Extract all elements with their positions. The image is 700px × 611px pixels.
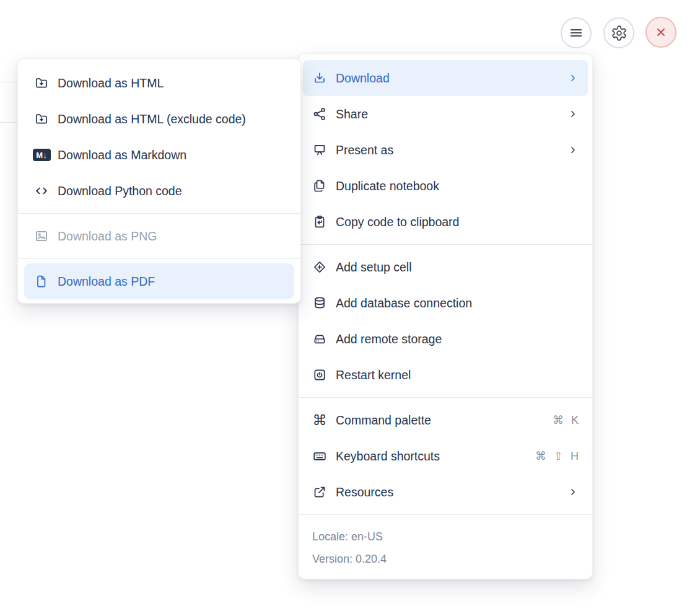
chevron-right-icon	[567, 108, 579, 120]
menu-item-label: Keyboard shortcuts	[336, 449, 527, 464]
download-submenu: Download as HTML Download as HTML (exclu…	[17, 58, 301, 304]
shortcut-hint: ⌘ ⇧ H	[535, 449, 579, 463]
folder-download-icon	[34, 76, 49, 90]
close-button[interactable]	[645, 17, 676, 48]
chevron-right-icon	[567, 486, 579, 498]
menu-item-label: Duplicate notebook	[336, 179, 579, 193]
page: Download Share	[0, 0, 700, 611]
shortcut-hint: ⌘ K	[553, 413, 579, 427]
menu-item-add-setup-cell[interactable]: Add setup cell	[303, 249, 588, 285]
submenu-item-download-png: Download as PNG	[24, 218, 294, 254]
chevron-right-icon	[567, 73, 579, 84]
power-icon	[312, 367, 327, 382]
close-icon	[654, 25, 668, 40]
menu-divider	[18, 258, 300, 259]
settings-button[interactable]	[603, 17, 634, 48]
share-icon	[312, 107, 327, 121]
database-icon	[312, 296, 327, 310]
storage-drive-icon	[312, 332, 327, 346]
chevron-right-icon	[567, 144, 579, 156]
hamburger-icon	[568, 25, 584, 41]
hamburger-menu-button[interactable]	[561, 17, 592, 48]
submenu-item-download-python[interactable]: Download Python code	[24, 173, 294, 209]
external-link-icon	[312, 485, 327, 499]
submenu-item-download-html[interactable]: Download as HTML	[24, 65, 294, 101]
menu-item-label: Resources	[336, 485, 559, 499]
menu-item-resources[interactable]: Resources	[303, 474, 588, 510]
markdown-badge-icon: M↓	[34, 147, 49, 162]
menu-item-add-remote-storage[interactable]: Add remote storage	[303, 321, 588, 357]
folder-download-icon	[34, 112, 49, 126]
menu-item-label: Download	[336, 71, 559, 86]
menu-item-label: Download as PDF	[58, 275, 284, 289]
menu-item-label: Add remote storage	[336, 332, 579, 346]
menu-item-restart-kernel[interactable]: Restart kernel	[303, 357, 588, 393]
menu-item-label: Add database connection	[336, 296, 579, 310]
gear-icon	[611, 25, 628, 42]
menu-item-label: Download Python code	[58, 184, 284, 198]
underlying-divider	[0, 82, 18, 82]
menu-item-duplicate-notebook[interactable]: Duplicate notebook	[303, 168, 588, 204]
diamond-plus-icon	[312, 260, 327, 275]
menu-item-label: Present as	[336, 143, 559, 157]
menu-divider	[18, 213, 300, 214]
underlying-divider	[0, 122, 18, 123]
menu-item-download[interactable]: Download	[303, 60, 588, 96]
keyboard-icon	[312, 449, 327, 464]
menu-item-share[interactable]: Share	[303, 96, 588, 132]
duplicate-icon	[312, 178, 327, 193]
menu-item-label: Restart kernel	[336, 368, 579, 382]
menu-item-add-database[interactable]: Add database connection	[303, 285, 588, 321]
menu-item-label: Add setup cell	[336, 260, 579, 275]
menu-item-label: Copy code to clipboard	[336, 215, 579, 229]
submenu-item-download-html-exclude[interactable]: Download as HTML (exclude code)	[24, 101, 294, 137]
submenu-item-download-markdown[interactable]: M↓ Download as Markdown	[24, 137, 294, 173]
menu-item-label: Download as PNG	[58, 229, 284, 244]
menu-item-keyboard-shortcuts[interactable]: Keyboard shortcuts ⌘ ⇧ H	[303, 438, 588, 474]
menu-divider	[299, 397, 592, 398]
menu-divider	[299, 244, 592, 245]
code-icon	[34, 183, 49, 198]
image-icon	[34, 229, 49, 244]
menu-item-label: Share	[336, 107, 559, 121]
menu-item-label: Download as HTML	[58, 76, 284, 90]
menu-item-copy-code[interactable]: Copy code to clipboard	[303, 204, 588, 240]
presentation-icon	[312, 143, 327, 157]
menu-item-label: Command palette	[336, 413, 544, 428]
version-info: Version: 0.20.4	[299, 548, 592, 570]
menu-footer: Locale: en-US Version: 0.20.4	[299, 519, 592, 575]
locale-info: Locale: en-US	[299, 525, 592, 548]
menu-item-command-palette[interactable]: ⌘ Command palette ⌘ K	[303, 402, 588, 438]
command-icon: ⌘	[312, 413, 327, 428]
clipboard-copy-icon	[312, 214, 327, 229]
main-menu: Download Share	[298, 53, 593, 579]
submenu-item-download-pdf[interactable]: Download as PDF	[24, 263, 294, 299]
menu-item-present-as[interactable]: Present as	[303, 132, 588, 168]
menu-item-label: Download as Markdown	[58, 148, 284, 162]
download-icon	[312, 71, 327, 86]
file-icon	[34, 274, 49, 289]
menu-item-label: Download as HTML (exclude code)	[58, 112, 284, 126]
menu-divider	[299, 514, 592, 515]
